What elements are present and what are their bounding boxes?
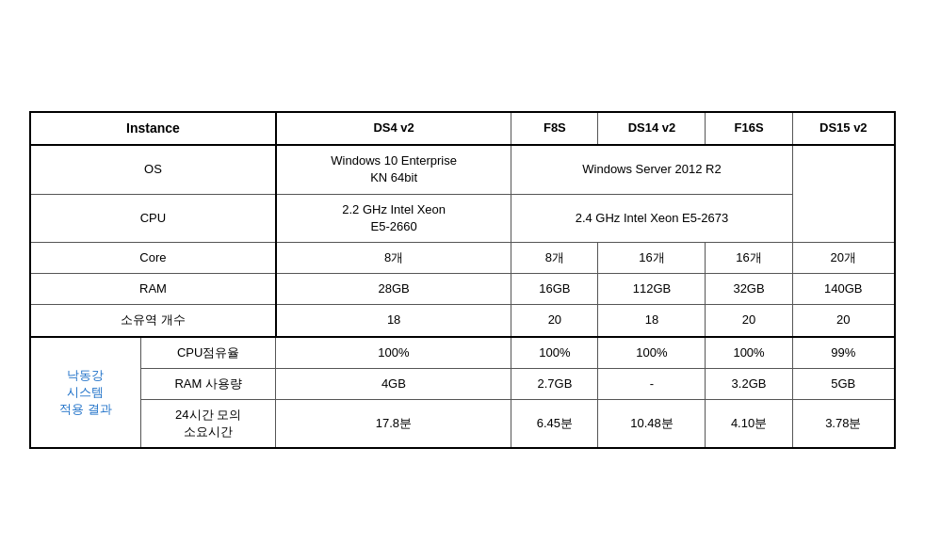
os-label: OS <box>30 145 276 194</box>
cpu-merged: 2.4 GHz Intel Xeon E5-2673 <box>511 194 792 242</box>
ram-usage-label: RAM 사용량 <box>140 368 276 399</box>
core-ds15v2: 20개 <box>792 243 895 274</box>
os-merged: Windows Server 2012 R2 <box>511 145 792 194</box>
ram-f16s: 32GB <box>706 274 792 305</box>
ram-f8s: 16GB <box>511 274 598 305</box>
os-row: OS Windows 10 Enterprise KN 64bit Window… <box>30 145 895 194</box>
time-24h-f8s: 6.45분 <box>511 399 598 448</box>
soyuyeok-row: 소유역 개수 18 20 18 20 20 <box>30 305 895 337</box>
cpu-util-label: CPU점유율 <box>140 337 276 369</box>
cpu-util-ds15v2: 99% <box>792 337 895 369</box>
ram-usage-ds15v2: 5GB <box>792 368 895 399</box>
cpu-util-ds4v2: 100% <box>276 337 511 369</box>
nakdong-group-label: 낙동강시스템적용 결과 <box>30 337 140 449</box>
ram-ds14v2: 112GB <box>598 274 706 305</box>
core-label: Core <box>30 243 276 274</box>
header-f16s: F16S <box>706 112 792 146</box>
soyuyeok-f8s: 20 <box>511 305 598 337</box>
header-f8s: F8S <box>511 112 598 146</box>
soyuyeok-f16s: 20 <box>706 305 792 337</box>
cpu-util-f8s: 100% <box>511 337 598 369</box>
nakdong-cpu-row: 낙동강시스템적용 결과 CPU점유율 100% 100% 100% 100% 9… <box>30 337 895 369</box>
ram-usage-f8s: 2.7GB <box>511 368 598 399</box>
ram-label: RAM <box>30 274 276 305</box>
core-ds14v2: 16개 <box>598 243 706 274</box>
header-ds14v2: DS14 v2 <box>598 112 706 146</box>
cpu-util-f16s: 100% <box>706 337 792 369</box>
ram-usage-f16s: 3.2GB <box>706 368 792 399</box>
core-f16s: 16개 <box>706 243 792 274</box>
core-row: Core 8개 8개 16개 16개 20개 <box>30 243 895 274</box>
time-24h-ds4v2: 17.8분 <box>276 399 511 448</box>
core-ds4v2: 8개 <box>276 243 511 274</box>
cpu-label: CPU <box>30 194 276 242</box>
nakdong-ram-row: RAM 사용량 4GB 2.7GB - 3.2GB 5GB <box>30 368 895 399</box>
ram-usage-ds14v2: - <box>598 368 706 399</box>
cpu-row: CPU 2.2 GHz Intel Xeon E5-2660 2.4 GHz I… <box>30 194 895 242</box>
nakdong-time-row: 24시간 모의소요시간 17.8분 6.45분 10.48분 4.10분 3.7… <box>30 399 895 448</box>
time-24h-label: 24시간 모의소요시간 <box>140 399 276 448</box>
time-24h-f16s: 4.10분 <box>706 399 792 448</box>
ram-ds15v2: 140GB <box>792 274 895 305</box>
soyuyeok-ds15v2: 20 <box>792 305 895 337</box>
cpu-util-ds14v2: 100% <box>598 337 706 369</box>
os-ds4v2: Windows 10 Enterprise KN 64bit <box>276 145 511 194</box>
time-24h-ds14v2: 10.48분 <box>598 399 706 448</box>
time-24h-ds15v2: 3.78분 <box>792 399 895 448</box>
table-wrapper: Instance DS4 v2 F8S DS14 v2 F16S DS15 v2… <box>29 111 896 450</box>
header-row: Instance DS4 v2 F8S DS14 v2 F16S DS15 v2 <box>30 112 895 146</box>
core-f8s: 8개 <box>511 243 598 274</box>
header-instance: Instance <box>30 112 276 146</box>
cpu-ds4v2: 2.2 GHz Intel Xeon E5-2660 <box>276 194 511 242</box>
soyuyeok-ds4v2: 18 <box>276 305 511 337</box>
comparison-table: Instance DS4 v2 F8S DS14 v2 F16S DS15 v2… <box>29 111 896 450</box>
ram-usage-ds4v2: 4GB <box>276 368 511 399</box>
soyuyeok-ds14v2: 18 <box>598 305 706 337</box>
soyuyeok-label: 소유역 개수 <box>30 305 276 337</box>
header-ds4v2: DS4 v2 <box>276 112 511 146</box>
ram-row: RAM 28GB 16GB 112GB 32GB 140GB <box>30 274 895 305</box>
ram-ds4v2: 28GB <box>276 274 511 305</box>
header-ds15v2: DS15 v2 <box>792 112 895 146</box>
